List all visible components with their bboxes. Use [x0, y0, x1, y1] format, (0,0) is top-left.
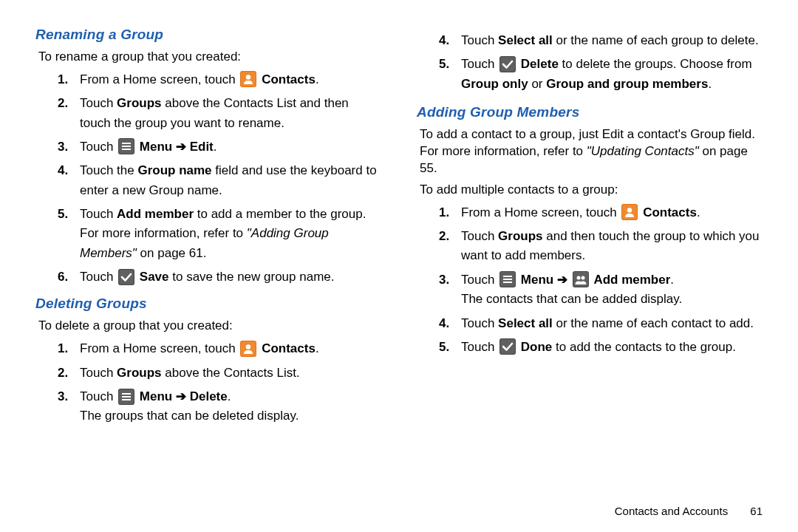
step-deleting-3: Touch Menu ➔ Delete. The groups that can…	[58, 387, 381, 426]
contacts-icon	[240, 341, 256, 357]
check-icon	[499, 338, 516, 355]
intro-deleting: To delete a group that you created:	[38, 318, 381, 335]
step-adding-5: Touch Done to add the contacts to the gr…	[439, 338, 763, 357]
heading-renaming: Renaming a Group	[35, 27, 381, 43]
step-adding-2: Touch Groups and then touch the group to…	[439, 227, 763, 266]
step-renaming-5: Touch Add member to add a member to the …	[58, 205, 381, 263]
step-deleting-2: Touch Groups above the Contacts List.	[58, 364, 381, 383]
check-icon	[118, 269, 134, 285]
menu-icon	[499, 271, 516, 287]
steps-deleting-left: From a Home screen, touch Contacts. Touc…	[58, 339, 381, 426]
step-deleting-5: Touch Delete to delete the groups. Choos…	[439, 55, 763, 94]
footer-section: Contacts and Accounts	[615, 505, 728, 517]
steps-adding: From a Home screen, touch Contacts. Touc…	[439, 203, 763, 357]
heading-adding: Adding Group Members	[417, 104, 763, 120]
step-deleting-4: Touch Select all or the name of each gro…	[439, 31, 763, 50]
step-renaming-1: From a Home screen, touch Contacts.	[58, 70, 381, 89]
steps-deleting-right: Touch Select all or the name of each gro…	[439, 31, 763, 94]
intro-adding-2: To add multiple contacts to a group:	[420, 182, 763, 199]
check-icon	[499, 56, 516, 72]
step-adding-1: From a Home screen, touch Contacts.	[439, 203, 763, 222]
heading-deleting: Deleting Groups	[35, 296, 381, 312]
step-adding-4: Touch Select all or the name of each con…	[439, 314, 763, 333]
contacts-icon	[240, 71, 256, 87]
intro-renaming: To rename a group that you created:	[38, 49, 381, 66]
page-footer: Contacts and Accounts 61	[615, 505, 763, 517]
step-renaming-3: Touch Menu ➔ Edit.	[58, 137, 381, 157]
intro-adding-1: To add a contact to a group, just Edit a…	[420, 126, 763, 177]
step-renaming-4: Touch the Group name field and use the k…	[58, 161, 381, 200]
steps-renaming: From a Home screen, touch Contacts. Touc…	[58, 70, 381, 287]
footer-page-number: 61	[750, 505, 763, 517]
menu-icon	[118, 389, 134, 405]
step-deleting-1: From a Home screen, touch Contacts.	[58, 339, 381, 358]
right-column: Touch Select all or the name of each gro…	[417, 27, 763, 485]
step-renaming-6: Touch Save to save the new group name.	[58, 267, 381, 287]
page-columns: Renaming a Group To rename a group that …	[35, 27, 763, 485]
left-column: Renaming a Group To rename a group that …	[35, 27, 381, 485]
step-adding-3: Touch Menu ➔ Add member. The contacts th…	[439, 270, 763, 310]
add-member-icon	[573, 271, 589, 287]
step-renaming-2: Touch Groups above the Contacts List and…	[58, 94, 381, 133]
menu-icon	[118, 138, 134, 154]
contacts-icon	[621, 204, 638, 220]
